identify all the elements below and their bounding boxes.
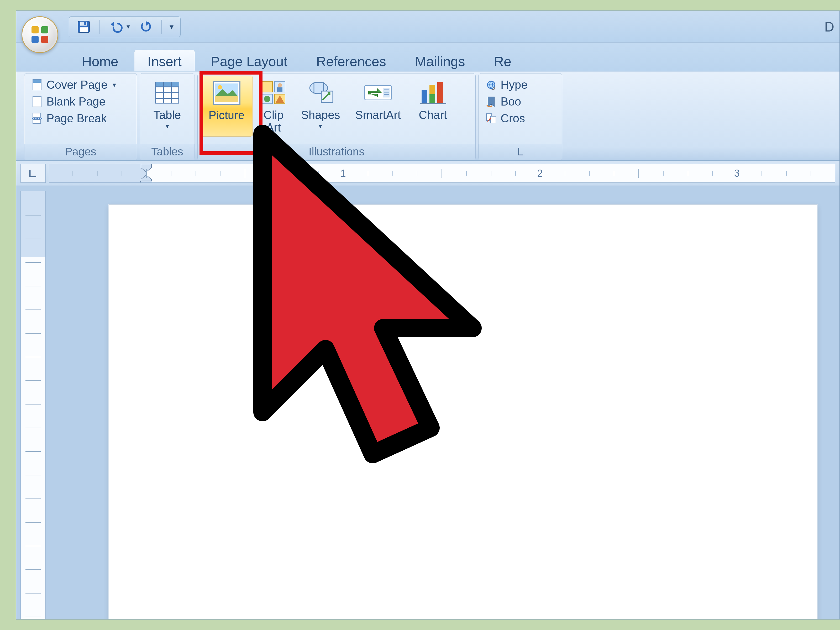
ruler-tick [442, 169, 442, 178]
office-button[interactable] [22, 16, 58, 53]
bookmark-button[interactable]: Boo [483, 93, 530, 110]
chart-button[interactable]: Chart [409, 76, 456, 136]
separator [161, 20, 162, 34]
qat-customize-arrow[interactable]: ▾ [170, 22, 174, 31]
ruler-tick [25, 499, 41, 499]
blank-page-button[interactable]: Blank Page [28, 93, 118, 110]
tab-home[interactable]: Home [69, 50, 131, 71]
hyperlink-label: Hype [501, 78, 527, 92]
svg-rect-10 [33, 96, 41, 107]
hyperlink-button[interactable]: Hype [483, 77, 530, 93]
ruler-tick [25, 357, 41, 357]
cross-reference-icon [485, 113, 497, 124]
group-links-label: L [478, 144, 562, 160]
page-break-icon [31, 113, 43, 124]
redo-button[interactable] [138, 19, 153, 35]
ruler-tick [25, 404, 41, 404]
ruler-tick [25, 381, 41, 381]
ruler-tick [589, 171, 590, 175]
svg-rect-6 [80, 27, 88, 32]
svg-rect-28 [321, 91, 333, 103]
group-pages-label: Pages [24, 144, 137, 160]
bookmark-icon [485, 96, 497, 107]
svg-rect-33 [437, 82, 443, 103]
ruler-tick [688, 171, 688, 175]
ruler-tick [811, 171, 811, 175]
chart-icon [418, 78, 447, 107]
table-label: Table [153, 109, 181, 121]
vertical-ruler[interactable] [21, 191, 46, 619]
ruler-tick [515, 171, 516, 175]
tab-page-layout[interactable]: Page Layout [198, 50, 300, 71]
ribbon-tabs: Home Insert Page Layout References Maili… [16, 43, 840, 71]
picture-button[interactable]: Picture [200, 76, 253, 136]
svg-rect-14 [156, 82, 179, 87]
cover-page-label: Cover Page [46, 78, 107, 92]
dropdown-arrow-icon: ▾ [153, 122, 181, 130]
smartart-icon [363, 78, 392, 107]
tab-references[interactable]: References [303, 50, 399, 71]
ruler-tick [25, 546, 41, 546]
shapes-button[interactable]: Shapes ▾ [294, 76, 347, 136]
svg-rect-2 [32, 36, 39, 43]
group-links: Hype Boo Cros L [478, 73, 562, 160]
horizontal-ruler[interactable]: 123 [49, 164, 835, 183]
svg-rect-30 [383, 88, 390, 98]
ruler-tick [25, 522, 41, 523]
hyperlink-icon [485, 79, 497, 90]
cover-page-icon [31, 79, 43, 90]
svg-rect-38 [141, 181, 152, 183]
svg-rect-1 [41, 26, 48, 33]
undo-dropdown-arrow[interactable]: ▾ [126, 22, 130, 31]
cross-reference-button[interactable]: Cros [483, 110, 530, 126]
tab-mailings[interactable]: Mailings [402, 50, 478, 71]
ruler-margin-shade [21, 191, 46, 257]
svg-rect-34 [429, 94, 435, 103]
ruler-tick [25, 333, 41, 334]
clip-art-label-2: Art [264, 121, 284, 134]
ruler-tick [146, 169, 147, 178]
ruler-tick [663, 171, 663, 175]
svg-rect-22 [277, 87, 283, 92]
clip-art-button[interactable]: Clip Art [254, 76, 293, 136]
redo-icon [139, 21, 153, 33]
document-page[interactable] [109, 204, 818, 619]
save-button[interactable] [76, 19, 92, 35]
ruler-tick [294, 171, 295, 175]
ruler-tick [25, 286, 41, 286]
page-break-label: Page Break [46, 112, 107, 125]
page-break-button[interactable]: Page Break [28, 110, 118, 126]
title-bar: ▾ ▾ D [16, 11, 840, 43]
undo-icon [108, 21, 123, 33]
svg-rect-18 [215, 96, 238, 103]
cover-page-button[interactable]: Cover Page ▾ [28, 77, 118, 93]
dropdown-arrow-icon: ▾ [113, 81, 116, 89]
ruler-tick [25, 593, 41, 594]
svg-rect-31 [422, 90, 427, 103]
tab-insert[interactable]: Insert [134, 50, 195, 71]
tab-review[interactable]: Re [481, 50, 524, 71]
ruler-tick [122, 171, 122, 175]
ruler-tick [761, 171, 762, 175]
svg-rect-37 [491, 116, 496, 123]
ruler-number: 3 [734, 168, 739, 179]
tab-stop-icon [28, 168, 38, 178]
svg-point-21 [278, 83, 282, 87]
table-icon [153, 78, 182, 107]
ruler-row: 123 [16, 161, 840, 186]
undo-button[interactable] [107, 19, 123, 35]
ruler-number: 1 [340, 168, 346, 179]
svg-rect-0 [32, 26, 39, 33]
tab-selector[interactable] [21, 164, 46, 183]
ruler-tick [786, 171, 787, 175]
ruler-tick [25, 262, 41, 263]
ruler-tick [196, 171, 196, 175]
svg-point-17 [218, 85, 222, 89]
svg-rect-19 [262, 82, 273, 92]
ruler-tick [565, 171, 565, 175]
ruler-tick [417, 171, 417, 175]
table-button[interactable]: Table ▾ [147, 76, 187, 136]
smartart-button[interactable]: SmartArt [348, 76, 408, 136]
ruler-tick [614, 171, 614, 175]
ruler-tick [638, 169, 639, 178]
